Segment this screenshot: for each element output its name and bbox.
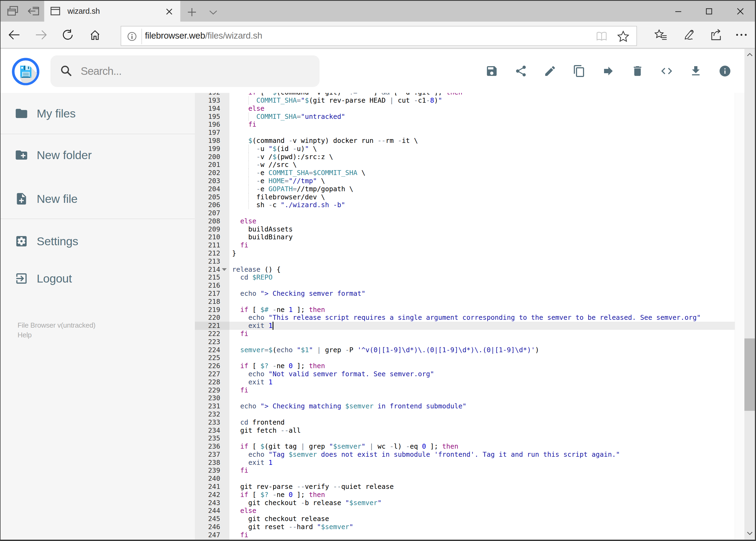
sidebar-item-my-files[interactable]: My files xyxy=(1,97,195,130)
indent-guide xyxy=(248,96,249,105)
line-number: 195 xyxy=(195,113,220,121)
line-number: 228 xyxy=(195,378,220,386)
line-number: 235 xyxy=(195,434,220,442)
code-line-247: fi xyxy=(232,531,248,539)
page-scrollbar[interactable] xyxy=(744,49,755,540)
indent-guide xyxy=(248,177,249,185)
share-button[interactable] xyxy=(514,65,527,78)
reading-view-icon[interactable] xyxy=(596,31,607,43)
copy-button[interactable] xyxy=(573,65,586,78)
search-icon xyxy=(60,65,72,78)
source-button[interactable] xyxy=(660,65,673,78)
line-number: 212 xyxy=(195,249,220,258)
line-number: 215 xyxy=(195,273,220,281)
chevron-up-icon[interactable] xyxy=(747,53,753,58)
line-number: 208 xyxy=(195,217,220,225)
app-header: Search... xyxy=(1,49,755,93)
line-number: 218 xyxy=(195,297,220,306)
refresh-icon[interactable] xyxy=(58,22,78,48)
page-scrollbar-thumb[interactable] xyxy=(744,338,755,411)
line-number: 199 xyxy=(195,145,220,153)
more-icon[interactable] xyxy=(732,22,751,48)
hub-favorites-icon[interactable] xyxy=(651,22,671,48)
code-line-229: fi xyxy=(232,386,248,394)
save-button[interactable] xyxy=(485,65,498,78)
share-icon[interactable] xyxy=(707,22,726,48)
info-icon xyxy=(718,65,731,78)
line-number: 193 xyxy=(195,96,220,105)
line-number: 222 xyxy=(195,330,220,338)
help-link[interactable]: Help xyxy=(18,331,32,339)
code-line-239: fi xyxy=(232,466,248,475)
web-note-icon[interactable] xyxy=(679,22,698,48)
url-text[interactable]: filebrowser.web/files/wizard.sh xyxy=(145,26,262,46)
sidebar-item-label: New folder xyxy=(37,149,92,162)
browser-window: wizard.sh xyxy=(0,0,756,541)
line-number: 198 xyxy=(195,137,220,145)
sidebar-divider xyxy=(1,219,195,219)
code-editor[interactable]: 192 if [ "$(command -v git)" != "" ] && … xyxy=(195,93,744,540)
maximize-button[interactable] xyxy=(697,1,721,22)
line-number: 207 xyxy=(195,209,220,217)
code-line-203: -e HOME="//tmp" \ xyxy=(232,177,325,185)
tab-preview-icon[interactable] xyxy=(7,6,19,16)
download-icon xyxy=(689,65,702,78)
code-line-192: if [ "$(command -v git)" != "" ] && [ -d… xyxy=(232,93,462,96)
code-line-210: buildBinary xyxy=(232,233,293,241)
code-line-196: fi xyxy=(232,121,256,129)
info-button[interactable] xyxy=(718,65,731,78)
tab-close-icon[interactable] xyxy=(166,8,173,16)
favorite-star-icon[interactable] xyxy=(617,31,629,43)
line-number: 233 xyxy=(195,418,220,426)
code-icon xyxy=(660,65,673,78)
code-line-206: sh -c "./wizard.sh -b" xyxy=(232,201,345,209)
code-line-236: if [ $(git tag | grep "$semver" | wc -l)… xyxy=(232,442,458,450)
code-line-226: if [ $? -ne 0 ]; then xyxy=(232,362,325,370)
address-bar[interactable]: filebrowser.web/files/wizard.sh xyxy=(121,26,637,46)
code-line-224: semver=$(echo "$1" | grep -P '^v(0|[1-9]… xyxy=(232,346,539,354)
line-number: 211 xyxy=(195,241,220,249)
download-button[interactable] xyxy=(689,65,702,78)
sidebar-item-new-folder[interactable]: New folder xyxy=(1,139,195,171)
line-number: 232 xyxy=(195,410,220,418)
forward-icon[interactable] xyxy=(31,22,51,48)
search-input[interactable]: Search... xyxy=(81,55,122,87)
editor-scrollbar-track[interactable] xyxy=(735,93,744,540)
code-line-195: COMMIT_SHA="untracked" xyxy=(232,113,345,121)
site-info-icon[interactable] xyxy=(127,31,137,43)
line-number: 202 xyxy=(195,169,220,177)
code-line-237: echo "Tag $semver does not exist in subm… xyxy=(232,450,620,459)
line-number: 214 xyxy=(195,266,220,273)
sidebar-item-label: Settings xyxy=(37,235,78,248)
code-line-194: else xyxy=(232,105,265,113)
line-number: 205 xyxy=(195,193,220,201)
rename-button[interactable] xyxy=(544,65,557,78)
code-line-193: COMMIT_SHA="$(git rev-parse HEAD | cut -… xyxy=(232,96,442,105)
home-icon[interactable] xyxy=(85,22,105,48)
chevron-down-icon[interactable] xyxy=(747,531,753,536)
sidebar-item-label: My files xyxy=(37,107,76,120)
tab-list-chevron-icon[interactable] xyxy=(209,10,217,16)
set-tabs-aside-icon[interactable] xyxy=(27,6,39,16)
line-number: 217 xyxy=(195,289,220,297)
minimize-button[interactable] xyxy=(666,1,690,22)
browser-tab[interactable]: wizard.sh xyxy=(44,1,180,22)
delete-button[interactable] xyxy=(631,65,644,78)
filebrowser-logo-icon[interactable] xyxy=(12,58,39,85)
fold-widget-icon[interactable] xyxy=(222,268,227,271)
back-icon[interactable] xyxy=(5,22,24,48)
new-tab-icon[interactable] xyxy=(187,8,196,18)
copy-icon xyxy=(573,65,586,78)
sidebar-item-settings[interactable]: Settings xyxy=(1,225,195,258)
sidebar-item-logout[interactable]: Logout xyxy=(1,262,195,295)
close-window-button[interactable] xyxy=(728,1,752,22)
line-number: 219 xyxy=(195,306,220,314)
sidebar-item-new-file[interactable]: New file xyxy=(1,183,195,215)
tab-title: wizard.sh xyxy=(68,1,100,22)
move-button[interactable] xyxy=(602,65,615,78)
indent-guide xyxy=(248,145,249,153)
line-number: 201 xyxy=(195,161,220,169)
search-box[interactable]: Search... xyxy=(51,55,320,87)
line-number: 237 xyxy=(195,450,220,459)
code-line-198: $(command -v winpty) docker run --rm -it… xyxy=(232,137,418,145)
